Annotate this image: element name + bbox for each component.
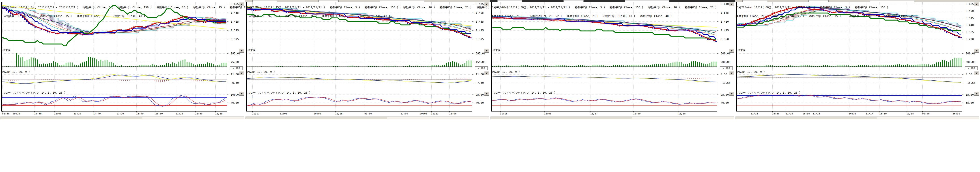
- chart-legend-line2: 一目均衡表( 9, 26, 52 ) 移動平均( Close, 75 ) 移動平…: [246, 15, 508, 18]
- macd-pane-label: MACD( 12, 26, 9 ): [737, 70, 765, 73]
- price-axis-label: 8,350: [721, 38, 729, 41]
- stochastics-pane-label: スロー・ストキャスティクス( 14, 3, 80, 20 ): [737, 91, 801, 95]
- clipped-toolbar-control: [563, 0, 584, 2]
- time-scrollbar[interactable]: [735, 116, 979, 119]
- macd-pane: [492, 76, 717, 82]
- time-scrollbar-thumb[interactable]: [491, 117, 632, 119]
- macd-axis-label: -6.50: [231, 81, 239, 84]
- chart-title-legend-line1: 日経225mini 11/12( 30分, 2011/11/11 - 2011/…: [491, 6, 717, 9]
- clipped-toolbar-fragment: [735, 0, 980, 2]
- stochastics-pane: [492, 97, 717, 106]
- stochastics-pane: [2, 95, 227, 107]
- macd-axis-label: -7.50: [476, 81, 484, 84]
- clipped-toolbar-fragment: [245, 0, 490, 2]
- time-axis-label: 11/18: [678, 112, 686, 115]
- stochastics-axis-label: 40.00: [476, 101, 484, 104]
- time-axis-label: 13:20: [74, 112, 81, 115]
- chevron-down-icon: [485, 50, 488, 51]
- chart-header: 日経225mini 11/12( 60分, 2011/11/11 - 2011/…: [736, 0, 917, 24]
- stochastics-axis-label: 95.00: [721, 93, 729, 96]
- chevron-down-icon: [730, 50, 733, 51]
- chart-header: 日経225mini 11/12( 30分, 2011/11/11 - 2011/…: [491, 0, 717, 24]
- macd-pane-scale-dropdown-button[interactable]: [239, 71, 244, 75]
- main-pane-scale-dropdown-button[interactable]: [729, 2, 734, 6]
- macd-pane-scale-dropdown-button[interactable]: [974, 71, 979, 75]
- stochastics-axis-label: 35.00: [966, 101, 974, 104]
- time-axis-label: 16:30: [802, 112, 810, 115]
- macd-pane-label: MACD( 12, 26, 9 ): [2, 70, 30, 73]
- chevron-down-icon: [975, 3, 978, 5]
- time-axis-label: 02:40: [2, 112, 10, 115]
- clipped-toolbar-control: [742, 0, 767, 2]
- volume-axis-label: 195.00: [231, 52, 240, 55]
- macd-axis-label: 11.00: [476, 73, 484, 76]
- chart-header: 日経225mini 11/12( 5分, 2011/11/17 - 2011/1…: [1, 0, 262, 24]
- volume-multiplier-box: × 100: [720, 67, 733, 70]
- main-pane-scale-dropdown-button[interactable]: [974, 2, 979, 6]
- clipped-toolbar-control: [497, 0, 522, 2]
- time-axis-label: 12:00: [401, 112, 408, 115]
- stochastics-pane: [737, 94, 962, 105]
- time-axis-label: 20:00: [420, 112, 427, 115]
- volume-pane-scale-dropdown-button[interactable]: [239, 49, 244, 53]
- stochastics-pane-scale-dropdown-button[interactable]: [729, 92, 734, 96]
- chart-panel: 日経225mini 11/12( 30分, 2011/11/11 - 2011/…: [490, 0, 735, 122]
- time-scrollbar[interactable]: [490, 116, 734, 119]
- time-axis-label: 12:00: [544, 112, 551, 115]
- chevron-down-icon: [485, 73, 488, 74]
- macd-axis-label: -11.50: [721, 81, 730, 84]
- price-axis-label: 8,375: [231, 38, 239, 41]
- clipped-toolbar-control: [252, 0, 277, 2]
- price-axis-label: 8,365: [966, 31, 974, 34]
- price-axis-label: 8,480: [721, 20, 729, 23]
- volume-pane-label: 出来高: [247, 48, 256, 52]
- volume-pane-scale-dropdown-button[interactable]: [974, 49, 979, 53]
- chevron-down-icon: [730, 3, 733, 5]
- price-axis-label: 8,395: [231, 29, 239, 32]
- chart-legend-line2: 移動平均( Close, 75 ) 一目均衡表( 9, 26, 52 ) 移動平…: [491, 15, 717, 18]
- price-axis-label: 8,440: [966, 24, 974, 27]
- time-axis-label: 12:00: [280, 112, 287, 115]
- volume-multiplier-box: × 100: [475, 67, 488, 70]
- stochastics-axis-label: 95.00: [476, 93, 484, 96]
- stochastics-pane-label: スロー・ストキャスティクス( 14, 3, 80, 20 ): [247, 91, 311, 95]
- macd-pane-scale-dropdown-button[interactable]: [729, 71, 734, 75]
- stochastics-pane-scale-dropdown-button[interactable]: [239, 92, 244, 96]
- chart-title-legend-line1: 日経225mini 11/12( 60分, 2011/11/11 - 2011/…: [736, 6, 917, 9]
- stochastics-pane-scale-dropdown-button[interactable]: [974, 92, 979, 96]
- time-axis-label: 11/18: [335, 112, 342, 115]
- stochastics-pane-scale-dropdown-button[interactable]: [484, 92, 489, 96]
- time-axis-label: 11/15: [786, 112, 793, 115]
- clipped-toolbar-control: [625, 0, 670, 2]
- chevron-down-icon: [485, 93, 488, 94]
- chart-legend-line2: 移動平均( Close, 20 ) 移動平均( Close, 25 ) 移動平均…: [736, 15, 917, 18]
- macd-pane-label: MACD( 12, 26, 9 ): [247, 70, 275, 73]
- chevron-down-icon: [730, 73, 733, 74]
- volume-pane-scale-dropdown-button[interactable]: [484, 49, 489, 53]
- time-scrollbar[interactable]: [245, 116, 489, 119]
- volume-axis-label: 900.00: [966, 52, 975, 55]
- macd-axis-label: 8.50: [966, 73, 972, 76]
- stochastics-axis-label: 40.00: [231, 101, 239, 104]
- chart-legend-line2: 一目均衡表( 9, 26, 52 ) 移動平均( Close, 75 ) 移動平…: [1, 15, 262, 18]
- chart-panel: 日経225mini 11/12( 5分, 2011/11/17 - 2011/1…: [0, 0, 245, 122]
- time-axis-label: 21:20: [176, 112, 183, 115]
- trading-app-workspace: 日経225mini 11/12( 5分, 2011/11/17 - 2011/1…: [0, 0, 980, 172]
- volume-pane-label: 出来高: [2, 48, 11, 52]
- volume-multiplier-box: × 100: [230, 67, 243, 70]
- time-axis-label: 12:00: [633, 112, 641, 115]
- time-axis-label: 18:40: [136, 112, 143, 115]
- clipped-toolbar-control: [870, 0, 915, 2]
- time-axis-label: 11/21: [431, 112, 439, 115]
- chevron-down-icon: [975, 73, 978, 74]
- macd-axis-label: 11.00: [231, 73, 239, 76]
- price-axis-label: 8,515: [966, 17, 974, 20]
- macd-pane-scale-dropdown-button[interactable]: [484, 71, 489, 75]
- time-scrollbar-thumb[interactable]: [1, 117, 142, 119]
- volume-pane-scale-dropdown-button[interactable]: [729, 49, 734, 53]
- time-scrollbar-thumb[interactable]: [246, 117, 387, 119]
- time-scrollbar-thumb[interactable]: [736, 117, 877, 119]
- price-axis-label: 8,665: [966, 2, 974, 6]
- time-axis-label: 11/16: [500, 112, 507, 115]
- time-scrollbar[interactable]: [0, 116, 244, 119]
